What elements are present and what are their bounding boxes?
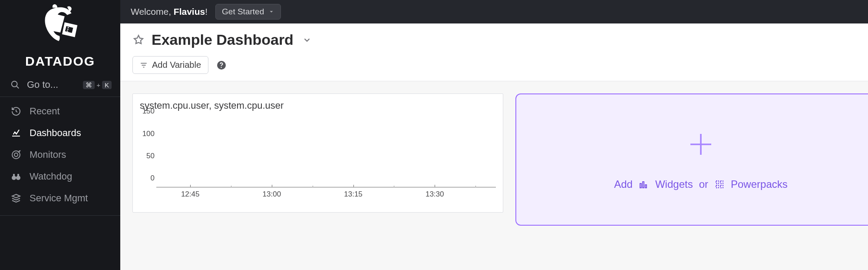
x-tick-label: 13:30: [426, 190, 444, 199]
binoculars-icon: [10, 171, 22, 182]
sidebar-nav: Recent Dashboards Monitors: [0, 97, 120, 213]
sidebar: DATADOG Go to... ⌘ + K Recent: [0, 0, 120, 270]
dashboard-title-menu-button[interactable]: [302, 35, 312, 45]
powerpacks-icon: [714, 179, 725, 190]
add-variable-label: Add Variable: [152, 60, 201, 70]
kbd-cmd: ⌘: [83, 81, 95, 89]
brand-name: DATADOG: [25, 54, 95, 69]
add-label: Add: [614, 178, 633, 190]
svg-rect-12: [643, 182, 644, 188]
add-widget-text: Add Widgets or Powerpacks: [614, 178, 787, 190]
keyboard-shortcut: ⌘ + K: [83, 81, 112, 89]
add-widget-card[interactable]: Add Widgets or Powerpacks: [515, 93, 868, 226]
sidebar-item-monitors[interactable]: Monitors: [0, 144, 120, 166]
y-tick-label: 0: [137, 174, 155, 183]
x-tick-label: 13:15: [344, 190, 363, 199]
svg-point-10: [221, 67, 221, 67]
brand-logo[interactable]: DATADOG: [0, 0, 120, 74]
sidebar-item-label: Monitors: [30, 149, 66, 160]
svg-rect-7: [13, 174, 15, 177]
plus-icon: [685, 129, 716, 162]
svg-rect-11: [640, 183, 641, 188]
dashboard-icon: [10, 128, 22, 138]
sidebar-item-recent[interactable]: Recent: [0, 100, 120, 122]
kbd-plus: +: [96, 81, 100, 89]
or-label: or: [699, 178, 708, 190]
svg-point-0: [60, 13, 62, 15]
history-icon: [10, 106, 22, 117]
x-tick-label: 12:45: [181, 190, 200, 199]
welcome-text: Welcome, Flavius!: [131, 7, 208, 17]
widgets-label: Widgets: [655, 178, 693, 190]
sidebar-item-label: Service Mgmt: [30, 193, 88, 204]
filter-icon: [140, 61, 148, 69]
widget-title: system.cpu.user, system.cpu.user: [133, 94, 503, 116]
target-icon: [10, 150, 22, 160]
page-header: Example Dashboard Add Variable: [120, 23, 868, 81]
svg-rect-6: [15, 177, 17, 178]
y-tick-label: 150: [137, 107, 155, 116]
sidebar-item-label: Watchdog: [30, 171, 72, 182]
goto-label: Go to...: [27, 79, 83, 90]
svg-rect-13: [645, 185, 647, 188]
svg-point-1: [12, 81, 17, 87]
y-tick-label: 50: [137, 152, 155, 160]
welcome-user: Flavius: [174, 7, 205, 17]
sidebar-item-watchdog[interactable]: Watchdog: [0, 166, 120, 187]
svg-rect-8: [17, 174, 19, 177]
question-circle-icon: [216, 60, 227, 70]
sidebar-item-label: Dashboards: [30, 127, 81, 139]
y-tick-label: 100: [137, 130, 155, 138]
get-started-button[interactable]: Get Started: [215, 4, 281, 20]
x-tick-label: 13:00: [263, 190, 281, 199]
caret-down-icon: [268, 9, 274, 15]
dashboard-content: system.cpu.user, system.cpu.user 0501001…: [120, 81, 868, 238]
dashboard-title: Example Dashboard: [152, 31, 294, 48]
widgets-icon: [639, 179, 649, 190]
sidebar-item-dashboards[interactable]: Dashboards: [0, 122, 120, 144]
goto-search[interactable]: Go to... ⌘ + K: [0, 74, 120, 97]
sidebar-item-service-mgmt[interactable]: Service Mgmt: [0, 187, 120, 209]
stack-icon: [10, 193, 22, 203]
welcome-prefix: Welcome,: [131, 7, 174, 17]
datadog-logo-icon: [35, 3, 86, 51]
sidebar-item-label: Recent: [30, 106, 60, 117]
main-area: Welcome, Flavius! Get Started Example Da…: [120, 0, 868, 270]
timeseries-widget[interactable]: system.cpu.user, system.cpu.user 0501001…: [132, 93, 503, 213]
powerpacks-label: Powerpacks: [731, 178, 788, 190]
get-started-label: Get Started: [222, 7, 264, 17]
kbd-k: K: [102, 81, 112, 89]
favorite-star-button[interactable]: [132, 34, 145, 46]
search-icon: [10, 80, 20, 90]
add-variable-button[interactable]: Add Variable: [132, 56, 208, 74]
welcome-suffix: !: [205, 7, 208, 17]
timeseries-chart: 050100150 12:4513:0013:1513:30: [133, 116, 503, 212]
svg-point-3: [14, 153, 18, 157]
help-button[interactable]: [216, 60, 227, 70]
topbar: Welcome, Flavius! Get Started: [120, 0, 868, 23]
